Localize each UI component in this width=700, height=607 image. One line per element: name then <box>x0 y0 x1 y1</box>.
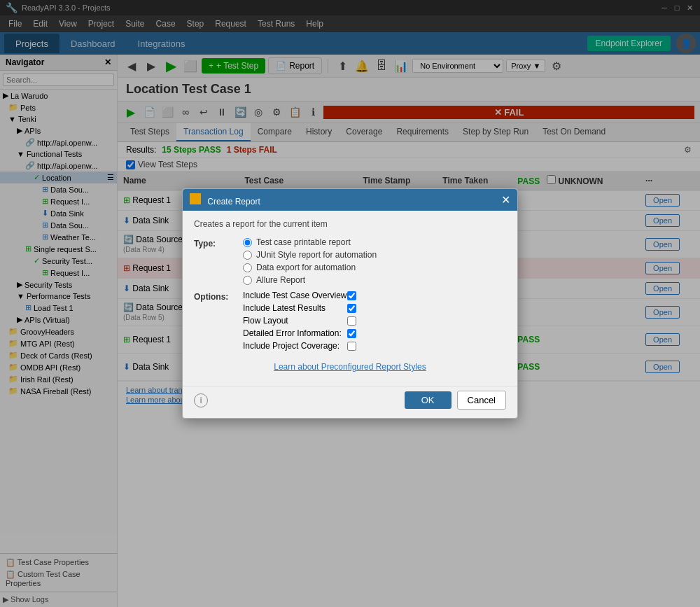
checkbox-label-3: Detailed Error Information: <box>243 328 342 338</box>
modal-body: Creates a report for the current item Ty… <box>183 211 517 386</box>
checkbox-label-4: Include Project Coverage: <box>243 341 340 351</box>
checkbox-4[interactable] <box>347 342 356 351</box>
radio-allure[interactable] <box>243 276 252 285</box>
option-allure-label: Allure Report <box>256 275 305 285</box>
radio-junit[interactable] <box>243 251 252 260</box>
option-allure[interactable]: Allure Report <box>243 275 377 285</box>
checkbox-1[interactable] <box>347 304 356 313</box>
info-icon[interactable]: i <box>194 393 208 407</box>
modal-type-options: Test case printable report JUnit Style r… <box>243 237 377 285</box>
modal-title: Create Report <box>207 197 260 207</box>
option-printable-label: Test case printable report <box>256 237 351 247</box>
modal-type-row: Type: Test case printable report JUnit S… <box>194 237 506 285</box>
option-data[interactable]: Data export for automation <box>243 263 377 272</box>
option-printable[interactable]: Test case printable report <box>243 237 377 247</box>
modal-title-icon <box>190 193 201 204</box>
radio-printable[interactable] <box>243 238 252 247</box>
option-data-label: Data export for automation <box>256 263 356 272</box>
modal-options-row: Options: Include Test Case Overview Incl… <box>194 291 506 354</box>
radio-data[interactable] <box>243 263 252 272</box>
checkbox-0[interactable] <box>347 291 356 300</box>
modal-checkboxes: Include Test Case Overview Include Lates… <box>243 291 356 354</box>
create-report-modal: Create Report ✕ Creates a report for the… <box>182 188 518 419</box>
modal-close-button[interactable]: ✕ <box>501 195 510 206</box>
modal-footer: i OK Cancel <box>183 386 517 418</box>
checkbox-label-1: Include Latest Results <box>243 303 326 313</box>
checkbox-label-0: Include Test Case Overview <box>243 291 347 300</box>
checkbox-2[interactable] <box>347 316 356 326</box>
ok-button[interactable]: OK <box>405 391 451 409</box>
modal-title-bar: Create Report ✕ <box>183 189 517 211</box>
modal-overlay: Create Report ✕ Creates a report for the… <box>0 0 700 607</box>
option-junit-label: JUnit Style report for automation <box>256 250 377 260</box>
learn-report-styles-link[interactable]: Learn about Preconfigured Report Styles <box>194 362 506 372</box>
cancel-button[interactable]: Cancel <box>457 391 506 410</box>
checkbox-label-2: Flow Layout <box>243 316 288 326</box>
modal-type-label: Type: <box>194 237 243 249</box>
modal-description: Creates a report for the current item <box>194 219 506 229</box>
checkbox-3[interactable] <box>347 329 356 338</box>
modal-options-label: Options: <box>194 291 243 302</box>
option-junit[interactable]: JUnit Style report for automation <box>243 250 377 260</box>
